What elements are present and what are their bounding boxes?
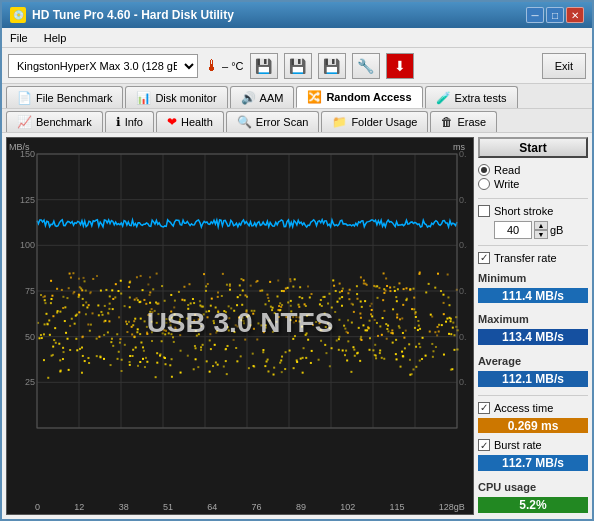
window-title: HD Tune Pro 4.60 - Hard Disk Utility (32, 8, 234, 22)
title-bar-left: 💿 HD Tune Pro 4.60 - Hard Disk Utility (10, 7, 234, 23)
tab-disk-monitor-label: Disk monitor (155, 92, 216, 104)
toolbar-btn-4[interactable]: 🔧 (352, 53, 380, 79)
tabs-row2: 📈 Benchmark ℹ Info ❤ Health 🔍 Error Scan… (2, 109, 592, 133)
chart-x-labels: 0 12 38 51 64 76 89 102 115 128gB (35, 502, 465, 512)
maximum-value: 113.4 MB/s (478, 329, 588, 345)
short-stroke-label: Short stroke (494, 205, 553, 217)
temperature-value: – °C (222, 60, 244, 72)
short-stroke-checkbox[interactable] (478, 205, 490, 217)
toolbar-btn-1[interactable]: 💾 (250, 53, 278, 79)
write-label: Write (494, 178, 519, 190)
menu-file[interactable]: File (6, 31, 32, 45)
benchmark-chart (7, 138, 467, 448)
chart-title: USB 3.0 NTFS (147, 307, 334, 339)
toolbar-btn-5[interactable]: ⬇ (386, 53, 414, 79)
window-controls: ─ □ ✕ (526, 7, 584, 23)
tab-info[interactable]: ℹ Info (105, 111, 154, 132)
tab-health-label: Health (181, 116, 213, 128)
health-icon: ❤ (167, 115, 177, 129)
spin-up-button[interactable]: ▲ (534, 221, 548, 230)
short-stroke-unit: gB (550, 224, 563, 236)
tab-benchmark[interactable]: 📈 Benchmark (6, 111, 103, 132)
read-radio[interactable] (478, 164, 490, 176)
access-time-label: Access time (494, 402, 553, 414)
tab-error-scan[interactable]: 🔍 Error Scan (226, 111, 320, 132)
temperature-display: 🌡 – °C (204, 57, 244, 75)
short-stroke-spinner: ▲ ▼ (534, 221, 548, 239)
tab-extra-tests-label: Extra tests (455, 92, 507, 104)
tab-random-access-label: Random Access (326, 91, 411, 103)
maximize-button[interactable]: □ (546, 7, 564, 23)
tab-erase[interactable]: 🗑 Erase (430, 111, 497, 132)
exit-button[interactable]: Exit (542, 53, 586, 79)
read-label: Read (494, 164, 520, 176)
drive-select[interactable]: KingstonHyperX Max 3.0 (128 gB) (8, 54, 198, 78)
file-benchmark-icon: 📄 (17, 91, 32, 105)
random-access-icon: 🔀 (307, 90, 322, 104)
tab-erase-label: Erase (457, 116, 486, 128)
write-radio[interactable] (478, 178, 490, 190)
short-stroke-input-group: ▲ ▼ gB (478, 221, 588, 239)
app-icon: 💿 (10, 7, 26, 23)
burst-rate-label: Burst rate (494, 439, 542, 451)
error-scan-icon: 🔍 (237, 115, 252, 129)
read-radio-item[interactable]: Read (478, 164, 588, 176)
burst-rate-checkbox-item[interactable]: ✓ Burst rate (478, 439, 588, 451)
tab-info-label: Info (125, 116, 143, 128)
folder-usage-icon: 📁 (332, 115, 347, 129)
tab-aam[interactable]: 🔊 AAM (230, 86, 295, 108)
tab-folder-usage-label: Folder Usage (351, 116, 417, 128)
tab-disk-monitor[interactable]: 📊 Disk monitor (125, 86, 227, 108)
right-panel: Start Read Write Short stroke (478, 137, 588, 515)
tabs-row1: 📄 File Benchmark 📊 Disk monitor 🔊 AAM 🔀 … (2, 84, 592, 109)
tab-benchmark-label: Benchmark (36, 116, 92, 128)
burst-rate-value: 112.7 MB/s (478, 455, 588, 471)
title-bar: 💿 HD Tune Pro 4.60 - Hard Disk Utility ─… (2, 2, 592, 28)
divider-3 (478, 395, 588, 396)
info-icon: ℹ (116, 115, 121, 129)
spin-down-button[interactable]: ▼ (534, 230, 548, 239)
tab-file-benchmark[interactable]: 📄 File Benchmark (6, 86, 123, 108)
average-label: Average (478, 355, 588, 367)
toolbar: KingstonHyperX Max 3.0 (128 gB) 🌡 – °C 💾… (2, 48, 592, 84)
transfer-rate-checkbox-item[interactable]: ✓ Transfer rate (478, 252, 588, 264)
write-radio-item[interactable]: Write (478, 178, 588, 190)
maximum-label: Maximum (478, 313, 588, 325)
cpu-usage-label: CPU usage (478, 481, 588, 493)
divider-2 (478, 245, 588, 246)
burst-rate-checkbox[interactable]: ✓ (478, 439, 490, 451)
menu-help[interactable]: Help (40, 31, 71, 45)
tab-aam-label: AAM (260, 92, 284, 104)
minimum-label: Minimum (478, 272, 588, 284)
tab-extra-tests[interactable]: 🧪 Extra tests (425, 86, 518, 108)
aam-icon: 🔊 (241, 91, 256, 105)
read-write-group: Read Write (478, 162, 588, 192)
divider-1 (478, 198, 588, 199)
extra-tests-icon: 🧪 (436, 91, 451, 105)
erase-icon: 🗑 (441, 115, 453, 129)
access-time-checkbox-item[interactable]: ✓ Access time (478, 402, 588, 414)
minimum-value: 111.4 MB/s (478, 288, 588, 304)
transfer-rate-checkbox[interactable]: ✓ (478, 252, 490, 264)
transfer-rate-label: Transfer rate (494, 252, 557, 264)
main-window: 💿 HD Tune Pro 4.60 - Hard Disk Utility ─… (0, 0, 594, 521)
average-value: 112.1 MB/s (478, 371, 588, 387)
tab-random-access[interactable]: 🔀 Random Access (296, 86, 422, 108)
access-time-checkbox[interactable]: ✓ (478, 402, 490, 414)
main-content: USB 3.0 NTFS 0 12 38 51 64 76 89 102 115… (2, 133, 592, 519)
minimize-button[interactable]: ─ (526, 7, 544, 23)
tab-folder-usage[interactable]: 📁 Folder Usage (321, 111, 428, 132)
toolbar-btn-2[interactable]: 💾 (284, 53, 312, 79)
tab-health[interactable]: ❤ Health (156, 111, 224, 132)
start-button[interactable]: Start (478, 137, 588, 158)
disk-monitor-icon: 📊 (136, 91, 151, 105)
tab-error-scan-label: Error Scan (256, 116, 309, 128)
access-time-value: 0.269 ms (478, 418, 588, 434)
toolbar-btn-3[interactable]: 💾 (318, 53, 346, 79)
short-stroke-checkbox-item[interactable]: Short stroke (478, 205, 588, 217)
close-button[interactable]: ✕ (566, 7, 584, 23)
benchmark-icon: 📈 (17, 115, 32, 129)
cpu-usage-value: 5.2% (478, 497, 588, 513)
menu-bar: File Help (2, 28, 592, 48)
short-stroke-input[interactable] (494, 221, 532, 239)
